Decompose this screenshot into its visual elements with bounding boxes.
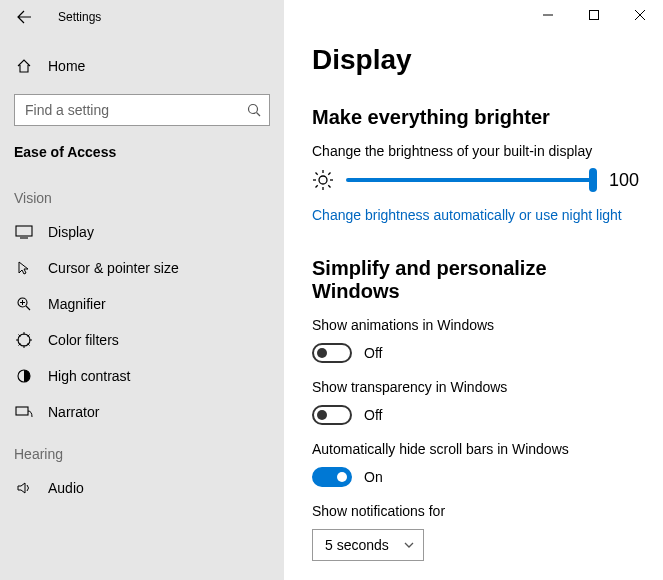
- svg-line-29: [328, 185, 330, 187]
- magnifier-icon: [14, 296, 34, 312]
- setting-transparency: Show transparency in Windows Off: [312, 379, 639, 425]
- svg-rect-18: [16, 407, 28, 415]
- scrollbars-label: Automatically hide scroll bars in Window…: [312, 441, 639, 457]
- setting-animations: Show animations in Windows Off: [312, 317, 639, 363]
- home-icon: [14, 58, 34, 74]
- brightness-row: 100: [312, 169, 639, 191]
- brightness-value: 100: [605, 170, 639, 191]
- transparency-toggle[interactable]: [312, 405, 352, 425]
- narrator-icon: [14, 405, 34, 419]
- minimize-button[interactable]: [525, 0, 571, 30]
- page-title: Display: [312, 44, 639, 76]
- notifications-dropdown[interactable]: 5 seconds: [312, 529, 424, 561]
- scrollbars-toggle[interactable]: [312, 467, 352, 487]
- svg-rect-20: [590, 11, 599, 20]
- svg-line-30: [316, 185, 318, 187]
- window-controls: [525, 0, 663, 30]
- group-label-vision: Vision: [0, 174, 284, 214]
- brightness-link[interactable]: Change brightness automatically or use n…: [312, 207, 622, 223]
- back-button[interactable]: [14, 7, 34, 27]
- search-field: [14, 94, 270, 126]
- sidebar-item-label: Color filters: [48, 332, 119, 348]
- chevron-down-icon: [403, 539, 415, 551]
- audio-icon: [14, 480, 34, 496]
- notifications-label: Show notifications for: [312, 503, 639, 519]
- sidebar: Settings Home Ease of Access Vision Disp…: [0, 0, 284, 580]
- sidebar-item-label: Audio: [48, 480, 84, 496]
- maximize-button[interactable]: [571, 0, 617, 30]
- svg-line-31: [328, 173, 330, 175]
- titlebar: Settings: [0, 0, 284, 34]
- sidebar-item-display[interactable]: Display: [0, 214, 284, 250]
- close-button[interactable]: [617, 0, 663, 30]
- sidebar-item-label: Display: [48, 224, 94, 240]
- maximize-icon: [589, 10, 599, 20]
- app-title: Settings: [58, 10, 101, 24]
- section-title-brightness: Make everything brighter: [312, 106, 639, 129]
- svg-line-28: [316, 173, 318, 175]
- group-label-hearing: Hearing: [0, 430, 284, 470]
- svg-point-23: [319, 176, 327, 184]
- setting-notifications: Show notifications for 5 seconds: [312, 503, 639, 561]
- minimize-icon: [543, 10, 553, 20]
- slider-thumb[interactable]: [589, 168, 597, 192]
- section-title-simplify: Simplify and personalize Windows: [312, 257, 639, 303]
- section-header: Ease of Access: [0, 140, 284, 174]
- sidebar-item-narrator[interactable]: Narrator: [0, 394, 284, 430]
- brightness-slider[interactable]: [346, 178, 593, 182]
- sidebar-item-magnifier[interactable]: Magnifier: [0, 286, 284, 322]
- home-button[interactable]: Home: [0, 48, 284, 84]
- sidebar-item-color-filters[interactable]: Color filters: [0, 322, 284, 358]
- sidebar-item-cursor[interactable]: Cursor & pointer size: [0, 250, 284, 286]
- brightness-desc: Change the brightness of your built-in d…: [312, 143, 639, 159]
- sidebar-item-label: Narrator: [48, 404, 99, 420]
- brightness-icon: [312, 169, 334, 191]
- main-panel: Display Make everything brighter Change …: [284, 0, 663, 580]
- animations-state: Off: [364, 345, 382, 361]
- search-input[interactable]: [14, 94, 270, 126]
- arrow-left-icon: [16, 9, 32, 25]
- scrollbars-state: On: [364, 469, 383, 485]
- home-label: Home: [48, 58, 85, 74]
- close-icon: [635, 10, 645, 20]
- sidebar-item-high-contrast[interactable]: High contrast: [0, 358, 284, 394]
- notifications-value: 5 seconds: [325, 537, 389, 553]
- transparency-state: Off: [364, 407, 382, 423]
- transparency-label: Show transparency in Windows: [312, 379, 639, 395]
- animations-toggle[interactable]: [312, 343, 352, 363]
- color-filters-icon: [14, 332, 34, 348]
- svg-rect-2: [16, 226, 32, 236]
- display-icon: [14, 225, 34, 239]
- svg-line-5: [26, 306, 30, 310]
- animations-label: Show animations in Windows: [312, 317, 639, 333]
- sidebar-item-label: Magnifier: [48, 296, 106, 312]
- sidebar-item-label: Cursor & pointer size: [48, 260, 179, 276]
- high-contrast-icon: [14, 368, 34, 384]
- sidebar-item-label: High contrast: [48, 368, 130, 384]
- setting-scrollbars: Automatically hide scroll bars in Window…: [312, 441, 639, 487]
- sidebar-item-audio[interactable]: Audio: [0, 470, 284, 506]
- cursor-icon: [14, 260, 34, 276]
